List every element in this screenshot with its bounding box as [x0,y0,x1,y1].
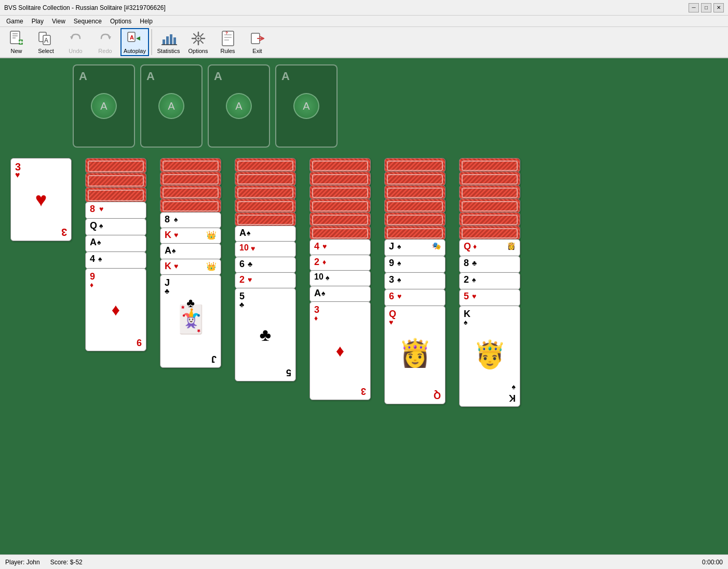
card-9d[interactable]: 9 ♦ ♦ 9 [85,268,146,351]
card-8s[interactable]: 8 ♠ [160,212,221,229]
card-back[interactable] [384,199,446,213]
new-button[interactable]: New [2,28,31,56]
rules-label: Rules [220,48,235,54]
card-qs[interactable]: Q ♠ [85,218,146,236]
card-back[interactable] [309,185,371,200]
card-back[interactable] [459,158,520,173]
card-back[interactable] [235,158,296,173]
status-bar: Player: John Score: $-52 0:00:00 [0,554,728,569]
card-back[interactable] [384,171,446,186]
card-2s[interactable]: 2 ♠ [459,272,520,290]
tableau-col-3: A ♠ 10 ♥ 6 ♣ 2 ♥ 5 ♣ ♣ 5 [235,158,302,470]
statistics-icon [160,30,177,47]
autoplay-button[interactable]: A Autoplay [120,28,149,56]
select-icon: A [38,30,55,47]
card-back[interactable] [160,185,221,200]
foundation-label-1: A [146,70,155,83]
card-back[interactable] [160,171,221,186]
card-kh-1[interactable]: K ♥ 👑 [160,228,221,244]
card-10s[interactable]: 10 ♠ [309,270,371,287]
card-back[interactable] [235,171,296,186]
card-as-4[interactable]: A ♠ [309,286,371,302]
options-button[interactable]: Options [184,28,212,56]
card-back[interactable] [309,171,371,186]
card-as[interactable]: A ♠ [85,235,146,253]
card-2d[interactable]: 2 ♦ [309,255,371,271]
card-back[interactable] [459,171,520,186]
menu-options[interactable]: Options [106,17,136,26]
menu-game[interactable]: Game [2,17,28,26]
game-area: A A A A A A A A 3 ♥ ♥ 3 [0,59,728,554]
card-back[interactable] [384,158,446,173]
redo-button[interactable]: Redo [91,28,119,56]
foundation-slot-1[interactable]: A A [140,64,203,148]
menu-view[interactable]: View [48,17,70,26]
card-back[interactable] [160,158,221,173]
card-3s[interactable]: 3 ♠ [384,272,446,290]
card-9s[interactable]: 9 ♠ [384,256,446,273]
card-4h[interactable]: 4 ♥ [309,239,371,256]
foundation-slot-0[interactable]: A A [73,64,135,148]
card-back[interactable] [384,185,446,200]
svg-rect-3 [12,37,16,38]
svg-rect-16 [166,36,169,45]
menu-help[interactable]: Help [136,17,157,26]
score: Score: $-52 [50,559,83,566]
card-back[interactable] [85,173,146,188]
card-10h[interactable]: 10 ♥ [235,241,296,258]
card-back[interactable] [459,226,520,240]
card-6c[interactable]: 6 ♣ [235,257,296,273]
menu-play[interactable]: Play [28,17,48,26]
card-js[interactable]: J ♠ 🎭 [384,239,446,257]
card-back[interactable] [459,212,520,227]
card-6h[interactable]: 6 ♥ [384,289,446,307]
card-back[interactable] [384,212,446,227]
card-back[interactable] [235,199,296,213]
card-8c[interactable]: 8 ♣ [459,256,520,273]
card-3h[interactable]: 3 ♥ ♥ 3 [10,158,72,241]
card-back[interactable] [85,187,146,203]
foundation-slot-2[interactable]: A A [208,64,270,148]
card-as-3[interactable]: A ♠ [235,226,296,242]
maximize-button[interactable]: □ [701,3,711,12]
card-back[interactable] [85,158,146,174]
card-3d[interactable]: 3 ♦ ♦ 3 [309,301,371,400]
card-back[interactable] [235,185,296,200]
statistics-button[interactable]: Statistics [154,28,183,56]
card-8h[interactable]: 8 ♥ [85,202,146,219]
minimize-button[interactable]: ─ [689,3,699,12]
card-back[interactable] [309,226,371,240]
card-jc[interactable]: J ♣ 🃏 J ♣ [160,274,221,368]
close-button[interactable]: ✕ [713,3,724,12]
tableau-area: 3 ♥ ♥ 3 8 ♥ Q [10,158,718,522]
svg-rect-15 [163,39,165,45]
rules-button[interactable]: ? Rules [213,28,242,56]
exit-icon [249,30,266,47]
card-2h[interactable]: 2 ♥ [235,272,296,289]
select-button[interactable]: A Select [32,28,60,56]
svg-text:?: ? [225,31,228,35]
card-5h[interactable]: 5 ♥ [459,289,520,307]
foundation-icon-1: A [158,93,184,119]
card-back[interactable] [384,226,446,240]
card-ks[interactable]: K ♠ 🤴 K ♠ [459,306,520,407]
card-back[interactable] [235,212,296,227]
card-back[interactable] [309,158,371,173]
card-back[interactable] [309,199,371,213]
exit-button[interactable]: Exit [243,28,272,56]
card-back[interactable] [309,212,371,227]
card-back[interactable] [459,199,520,213]
menu-sequence[interactable]: Sequence [70,17,106,26]
card-qh[interactable]: Q ♥ 👸 Q [384,306,446,404]
card-back[interactable] [459,185,520,200]
tableau-col-1: 8 ♥ Q ♠ A ♠ 4 ♠ 9 ♦ ♦ 9 [85,158,153,428]
card-as-2[interactable]: A ♠ [160,243,221,260]
card-back[interactable] [160,199,221,213]
card-4s[interactable]: 4 ♠ [85,252,146,269]
card-5c[interactable]: 5 ♣ ♣ 5 [235,288,296,381]
undo-button[interactable]: Undo [61,28,90,56]
card-qd[interactable]: Q ♦ 👸 [459,239,520,257]
foundation-slot-3[interactable]: A A [275,64,338,148]
card-kh-2[interactable]: K ♥ 👑 [160,259,221,275]
foundation-label-0: A [79,70,87,83]
